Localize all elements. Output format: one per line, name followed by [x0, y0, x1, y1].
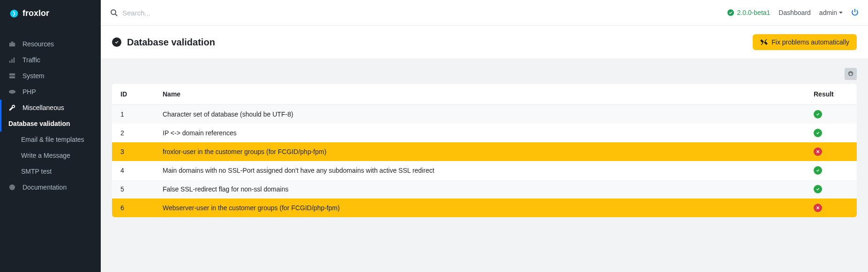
php-icon — [8, 88, 16, 96]
gear-icon — [847, 71, 854, 77]
wrench-icon — [8, 104, 16, 111]
sidebar-item-label: Miscellaneous — [22, 104, 64, 111]
check-circle-icon — [112, 37, 121, 47]
svg-rect-6 — [9, 74, 15, 75]
brand-text: froxlor — [22, 8, 49, 18]
row-id: 2 — [112, 124, 154, 142]
svg-rect-7 — [9, 76, 15, 78]
sidebar-item-resources[interactable]: Resources — [0, 36, 101, 52]
sidebar-item-label: Resources — [22, 40, 54, 48]
row-name: Main domains with no SSL-Port assigned d… — [154, 161, 805, 180]
search-input[interactable] — [122, 9, 263, 17]
row-result — [805, 198, 857, 217]
check-circle-icon — [727, 9, 734, 16]
row-id: 4 — [112, 161, 154, 180]
sidebar: froxlor Resources Traffic System PHP Mis… — [0, 0, 101, 272]
row-name: froxlor-user in the customer groups (for… — [154, 142, 805, 161]
table-row: 5False SSL-redirect flag for non-ssl dom… — [112, 180, 857, 198]
version-text: 2.0.0-beta1 — [737, 9, 771, 16]
admin-label: admin — [819, 9, 837, 16]
row-result — [805, 124, 857, 142]
sidebar-item-label: Write a Message — [21, 152, 70, 159]
row-id: 6 — [112, 198, 154, 217]
sidebar-item-database-validation[interactable]: Database validation — [0, 116, 101, 132]
table-row: 2IP <-> domain references — [112, 124, 857, 142]
col-result-header[interactable]: Result — [805, 84, 857, 105]
power-icon — [851, 8, 859, 16]
check-icon — [814, 185, 822, 193]
sidebar-item-label: Documentation — [22, 184, 67, 191]
row-id: 5 — [112, 180, 154, 198]
row-result — [805, 142, 857, 161]
sidebar-item-label: PHP — [22, 88, 36, 96]
row-name: False SSL-redirect flag for non-ssl doma… — [154, 180, 805, 198]
row-name: Character set of database (should be UTF… — [154, 105, 805, 124]
sidebar-item-system[interactable]: System — [0, 68, 101, 84]
table-settings-button[interactable] — [845, 68, 857, 80]
page-title: Database validation — [127, 37, 215, 48]
chart-icon — [8, 56, 16, 64]
x-icon — [814, 147, 822, 156]
svg-rect-3 — [9, 61, 11, 63]
dashboard-link[interactable]: Dashboard — [778, 9, 811, 16]
froxlor-icon — [9, 9, 19, 18]
svg-rect-5 — [14, 58, 15, 63]
row-name: Webserver-user in the customer groups (f… — [154, 198, 805, 217]
check-icon — [814, 166, 822, 175]
svg-line-11 — [115, 14, 117, 16]
sidebar-item-label: SMTP test — [21, 168, 52, 175]
brand-logo[interactable]: froxlor — [0, 0, 101, 27]
row-id: 1 — [112, 105, 154, 124]
fix-problems-button[interactable]: Fix problems automatically — [753, 34, 857, 50]
page-header: Database validation Fix problems automat… — [101, 26, 868, 59]
topbar: 2.0.0-beta1 Dashboard admin — [101, 0, 868, 26]
main-area: 2.0.0-beta1 Dashboard admin Database val… — [101, 0, 868, 272]
table-row: 3froxlor-user in the customer groups (fo… — [112, 142, 857, 161]
briefcase-icon — [8, 40, 16, 48]
svg-point-0 — [10, 9, 18, 17]
sidebar-item-label: Database validation — [8, 120, 70, 127]
svg-point-9 — [9, 184, 15, 190]
logout-button[interactable] — [851, 8, 859, 17]
row-result — [805, 161, 857, 180]
row-result — [805, 105, 857, 124]
table-row: 6Webserver-user in the customer groups (… — [112, 198, 857, 217]
fix-button-label: Fix problems automatically — [771, 38, 849, 46]
version-badge[interactable]: 2.0.0-beta1 — [727, 9, 771, 16]
svg-rect-2 — [11, 42, 13, 43]
search-icon — [110, 9, 118, 16]
info-icon — [8, 184, 16, 191]
sidebar-item-php[interactable]: PHP — [0, 84, 101, 100]
x-icon — [814, 204, 822, 212]
svg-point-8 — [9, 90, 15, 94]
row-name: IP <-> domain references — [154, 124, 805, 142]
sidebar-item-label: System — [22, 72, 45, 80]
svg-rect-1 — [9, 43, 15, 46]
validation-table: ID Name Result 1Character set of databas… — [112, 84, 857, 217]
table-row: 1Character set of database (should be UT… — [112, 105, 857, 124]
sidebar-item-smtp-test[interactable]: SMTP test — [0, 163, 101, 179]
sidebar-item-miscellaneous[interactable]: Miscellaneous — [0, 100, 101, 116]
check-icon — [814, 129, 822, 137]
check-icon — [814, 110, 822, 118]
admin-menu[interactable]: admin — [819, 9, 843, 16]
sidebar-item-write-message[interactable]: Write a Message — [0, 147, 101, 163]
row-id: 3 — [112, 142, 154, 161]
sidebar-item-email-templates[interactable]: Email & file templates — [0, 132, 101, 147]
row-result — [805, 180, 857, 198]
server-icon — [8, 72, 16, 80]
sidebar-item-documentation[interactable]: Documentation — [0, 179, 101, 195]
caret-down-icon — [839, 12, 843, 14]
table-row: 4Main domains with no SSL-Port assigned … — [112, 161, 857, 180]
svg-rect-4 — [11, 59, 13, 63]
svg-point-10 — [111, 10, 116, 15]
sidebar-item-label: Email & file templates — [21, 136, 84, 143]
col-id-header[interactable]: ID — [112, 84, 154, 105]
tools-icon — [760, 38, 768, 46]
sidebar-item-traffic[interactable]: Traffic — [0, 52, 101, 68]
sidebar-item-label: Traffic — [22, 56, 40, 64]
col-name-header[interactable]: Name — [154, 84, 805, 105]
